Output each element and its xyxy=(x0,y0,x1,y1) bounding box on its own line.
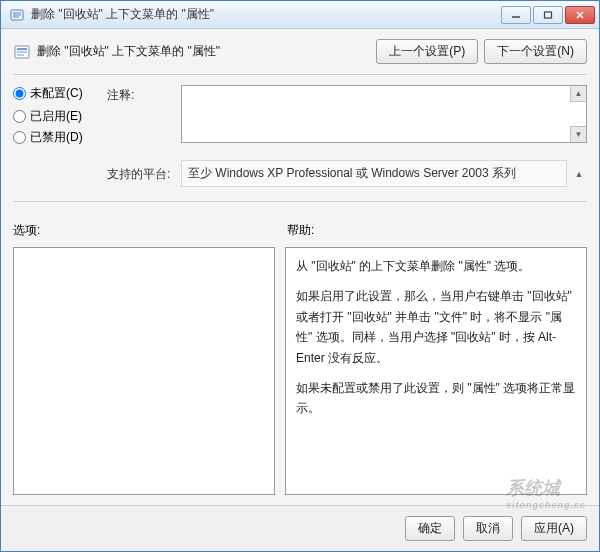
help-panel: 从 "回收站" 的上下文菜单删除 "属性" 选项。 如果启用了此设置，那么，当用… xyxy=(285,247,587,495)
config-grid: 未配置(C) 注释: ▲ ▼ 已启用(E) 已禁用(D) xyxy=(13,85,587,146)
comment-label: 注释: xyxy=(107,85,177,104)
help-paragraph-2: 如果启用了此设置，那么，当用户右键单击 "回收站" 或者打开 "回收站" 并单击… xyxy=(296,286,576,368)
help-paragraph-3: 如果未配置或禁用了此设置，则 "属性" 选项将正常显示。 xyxy=(296,378,576,419)
policy-dialog: 删除 "回收站" 上下文菜单的 "属性" 删除 "回收站" 上下文菜单的 "属性… xyxy=(0,0,600,552)
radio-disabled-input[interactable] xyxy=(13,131,26,144)
help-label: 帮助: xyxy=(287,222,314,239)
platform-expand-icon[interactable]: ▲ xyxy=(571,169,587,179)
radio-disabled[interactable]: 已禁用(D) xyxy=(13,129,103,146)
cancel-label: 取消 xyxy=(476,521,500,535)
prev-setting-button[interactable]: 上一个设置(P) xyxy=(376,39,478,64)
svg-rect-11 xyxy=(17,54,24,56)
options-panel xyxy=(13,247,275,495)
panels: 从 "回收站" 的上下文菜单删除 "属性" 选项。 如果启用了此设置，那么，当用… xyxy=(13,247,587,495)
platform-value: 至少 Windows XP Professional 或 Windows Ser… xyxy=(188,166,516,180)
footer: 确定 取消 应用(A) xyxy=(1,505,599,551)
section-labels: 选项: 帮助: xyxy=(13,222,587,239)
comment-textarea[interactable]: ▲ ▼ xyxy=(181,85,587,143)
platform-row: 支持的平台: 至少 Windows XP Professional 或 Wind… xyxy=(13,160,587,187)
prev-setting-label: 上一个设置(P) xyxy=(389,44,465,58)
radio-not-configured-label: 未配置(C) xyxy=(30,85,83,102)
platform-value-box: 至少 Windows XP Professional 或 Windows Ser… xyxy=(181,160,567,187)
next-setting-button[interactable]: 下一个设置(N) xyxy=(484,39,587,64)
divider-2 xyxy=(13,201,587,202)
content-area: 删除 "回收站" 上下文菜单的 "属性" 上一个设置(P) 下一个设置(N) 未… xyxy=(1,29,599,505)
radio-not-configured[interactable]: 未配置(C) xyxy=(13,85,103,102)
ok-button[interactable]: 确定 xyxy=(405,516,455,541)
svg-rect-9 xyxy=(17,48,27,50)
radio-enabled-input[interactable] xyxy=(13,110,26,123)
nav-buttons: 上一个设置(P) 下一个设置(N) xyxy=(376,39,587,64)
platform-label: 支持的平台: xyxy=(107,164,177,183)
titlebar: 删除 "回收站" 上下文菜单的 "属性" xyxy=(1,1,599,29)
policy-icon xyxy=(9,7,25,23)
radio-enabled-label: 已启用(E) xyxy=(30,108,82,125)
svg-rect-5 xyxy=(545,12,552,18)
radio-enabled[interactable]: 已启用(E) xyxy=(13,108,103,125)
cancel-button[interactable]: 取消 xyxy=(463,516,513,541)
options-label: 选项: xyxy=(13,222,275,239)
close-button[interactable] xyxy=(565,6,595,24)
maximize-button[interactable] xyxy=(533,6,563,24)
radio-disabled-label: 已禁用(D) xyxy=(30,129,83,146)
radio-not-configured-input[interactable] xyxy=(13,87,26,100)
window-title: 删除 "回收站" 上下文菜单的 "属性" xyxy=(31,6,499,23)
scroll-up-icon[interactable]: ▲ xyxy=(570,86,586,102)
minimize-button[interactable] xyxy=(501,6,531,24)
setting-title: 删除 "回收站" 上下文菜单的 "属性" xyxy=(37,43,370,60)
scroll-down-icon[interactable]: ▼ xyxy=(570,126,586,142)
window-controls xyxy=(499,6,595,24)
next-setting-label: 下一个设置(N) xyxy=(497,44,574,58)
ok-label: 确定 xyxy=(418,521,442,535)
apply-label: 应用(A) xyxy=(534,521,574,535)
help-paragraph-1: 从 "回收站" 的上下文菜单删除 "属性" 选项。 xyxy=(296,256,576,276)
divider xyxy=(13,74,587,75)
header-row: 删除 "回收站" 上下文菜单的 "属性" 上一个设置(P) 下一个设置(N) xyxy=(13,39,587,64)
apply-button[interactable]: 应用(A) xyxy=(521,516,587,541)
svg-rect-10 xyxy=(17,51,27,53)
setting-icon xyxy=(13,43,31,61)
